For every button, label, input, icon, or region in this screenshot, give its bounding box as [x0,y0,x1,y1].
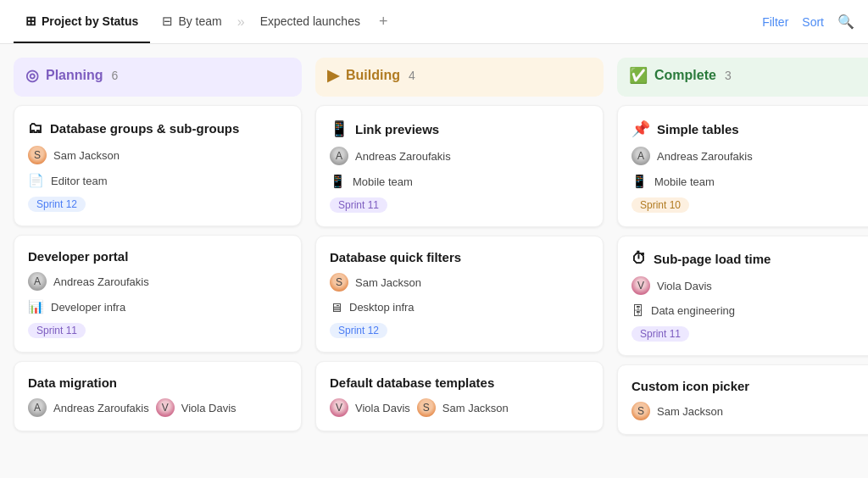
column-title-building: Building [346,68,400,83]
card[interactable]: ⏱Sub-page load timeVViola Davis🗄Data eng… [617,236,868,356]
card[interactable]: Data migrationAAndreas ZaroufakisVViola … [14,361,302,431]
team-name: Editor team [51,175,107,187]
avatar: S [28,146,47,164]
card-title: Custom icon picker [632,379,868,393]
card-title-text: Link previews [355,122,439,136]
column-title-planning: Planning [46,68,103,83]
card-title: 📌Simple tables [632,119,868,138]
sprint-badge[interactable]: Sprint 12 [330,323,387,338]
card-title: Data migration [28,375,287,390]
sprint-badge[interactable]: Sprint 12 [28,197,86,212]
card-sprint: Sprint 12 [330,323,589,338]
grid-icon: ⊟ [162,14,173,29]
card-title: 📱Link previews [330,119,589,138]
tab-expected-launches-label: Expected launches [260,14,360,28]
team-icon: 📄 [28,173,44,188]
card-assignees: AAndreas Zaroufakis [28,272,287,291]
team-name: Mobile team [654,175,715,188]
building-status-icon: ▶ [327,66,339,85]
avatar: A [330,147,348,165]
team-name: Data engineering [651,304,735,317]
assignee-name: Sam Jackson [53,149,120,162]
card-title: Database quick filters [330,250,589,264]
add-view-button[interactable]: + [372,13,395,31]
card[interactable]: 📱Link previewsAAndreas Zaroufakis📱Mobile… [315,105,604,227]
card-title: ⏱Sub-page load time [632,250,868,268]
avatar: A [28,272,47,291]
card-title: 🗂Database groups & sub-groups [28,119,287,137]
column-count-complete: 3 [725,69,732,82]
card-team: 📊Developer infra [28,299,287,314]
card[interactable]: 📌Simple tablesAAndreas Zaroufakis📱Mobile… [617,105,868,227]
card-team: 🖥Desktop infra [330,300,589,314]
card-sprint: Sprint 11 [632,326,868,342]
card-title-text: Simple tables [657,122,739,136]
card[interactable]: Database quick filtersSSam Jackson🖥Deskt… [315,236,604,353]
tab-by-team[interactable]: ⊟ By team [150,0,233,43]
card-team: 🗄Data engineering [632,303,868,318]
sprint-badge[interactable]: Sprint 11 [632,326,689,342]
avatar: S [330,273,348,292]
card-title-text: Custom icon picker [632,379,749,393]
column-header-building: ▶Building4 [315,58,604,97]
column-building: ▶Building4📱Link previewsAAndreas Zaroufa… [315,58,604,464]
nav-actions: Filter Sort 🔍 [762,14,854,30]
team-icon: 📊 [28,299,44,314]
card[interactable]: Developer portalAAndreas Zaroufakis📊Deve… [14,235,302,353]
avatar: S [632,402,650,420]
sort-button[interactable]: Sort [802,15,824,29]
card-assignees: SSam Jackson [632,402,868,420]
avatar: S [417,398,436,417]
card-assignees: AAndreas Zaroufakis [330,147,589,165]
card-title-text: Database quick filters [330,250,461,264]
table-icon: ⊞ [25,14,36,29]
tab-project-by-status[interactable]: ⊞ Project by Status [14,0,150,43]
team-name: Desktop infra [349,301,415,314]
card-sprint: Sprint 11 [28,323,287,338]
card-title: Default database templates [330,375,589,390]
card[interactable]: Default database templatesVViola DavisSS… [315,361,604,431]
column-count-planning: 6 [112,69,119,82]
card-title: Developer portal [28,249,287,264]
avatar: A [632,147,650,165]
card[interactable]: Custom icon pickerSSam Jackson [617,364,868,435]
planning-status-icon: ◎ [25,66,39,85]
team-icon: 📱 [632,174,648,189]
team-icon: 🗄 [632,303,644,318]
column-header-complete: ✅Complete3 [617,58,868,97]
card-assignees: VViola DavisSSam Jackson [330,398,589,417]
assignee-name: Sam Jackson [442,402,509,414]
tab-by-team-label: By team [178,14,221,28]
search-icon[interactable]: 🔍 [837,14,854,30]
sprint-badge[interactable]: Sprint 11 [330,197,387,213]
card-assignees: AAndreas Zaroufakis [632,147,868,165]
column-count-building: 4 [409,69,415,82]
card-assignees: SSam Jackson [28,146,287,164]
tab-expected-launches[interactable]: Expected launches [248,0,372,43]
assignee-name: Andreas Zaroufakis [53,275,149,288]
kanban-board: ◎Planning6🗂Database groups & sub-groupsS… [0,44,868,478]
team-name: Mobile team [353,175,413,188]
card-sprint: Sprint 12 [28,197,287,212]
card-sprint: Sprint 11 [330,197,589,213]
column-title-complete: Complete [654,68,716,83]
nav-divider: » [234,14,248,30]
filter-button[interactable]: Filter [762,15,788,29]
card-title-text: Default database templates [330,375,494,390]
card-title-text: Sub-page load time [654,252,771,266]
sprint-badge[interactable]: Sprint 10 [632,197,689,213]
sprint-badge[interactable]: Sprint 11 [28,323,86,338]
complete-status-icon: ✅ [629,66,648,85]
tab-project-by-status-label: Project by Status [42,14,138,28]
assignee-name: Sam Jackson [355,276,421,289]
card-assignees: SSam Jackson [330,273,589,292]
card-assignees: VViola Davis [632,276,868,295]
card-title-text: Database groups & sub-groups [50,121,239,136]
column-planning: ◎Planning6🗂Database groups & sub-groupsS… [14,58,302,464]
team-name: Developer infra [51,301,125,314]
card[interactable]: 🗂Database groups & sub-groupsSSam Jackso… [14,105,302,226]
card-sprint: Sprint 10 [632,197,868,213]
card-team: 📱Mobile team [632,174,868,189]
column-header-planning: ◎Planning6 [14,58,302,97]
card-title-icon: 🗂 [28,119,43,137]
